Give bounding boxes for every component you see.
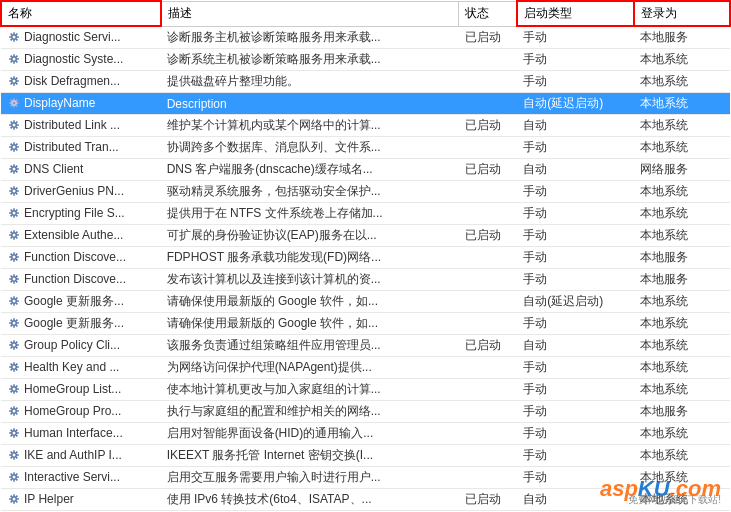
service-name-cell: Human Interface... (1, 423, 161, 445)
table-row[interactable]: HomeGroup List...使本地计算机更改与加入家庭组的计算...手动本… (1, 379, 730, 401)
svg-point-131 (13, 321, 16, 324)
svg-line-107 (11, 254, 12, 255)
col-header-desc[interactable]: 描述 (161, 1, 459, 26)
service-start-cell: 手动 (517, 247, 634, 269)
service-status-cell: 已启动 (459, 159, 518, 181)
svg-line-9 (16, 34, 17, 35)
table-row[interactable]: Health Key and ...为网络访问保护代理(NAPAgent)提供.… (1, 357, 730, 379)
table-row[interactable]: Google 更新服务...请确保使用最新版的 Google 软件，如...自动… (1, 291, 730, 313)
service-name-text: HomeGroup Pro... (24, 404, 121, 418)
table-row[interactable]: DriverGenius PN...驱动精灵系统服务，包括驱动安全保护...手动… (1, 181, 730, 203)
svg-line-73 (16, 193, 17, 194)
svg-line-115 (11, 281, 12, 282)
gear-icon (7, 470, 21, 484)
service-status-cell: 已启动 (459, 26, 518, 49)
table-row[interactable]: Function Discove...FDPHOST 服务承载功能发现(FD)网… (1, 247, 730, 269)
col-header-name[interactable]: 名称 (1, 1, 161, 26)
service-desc-cell: 启用对智能界面设备(HID)的通用输入... (161, 423, 459, 445)
svg-line-69 (16, 166, 17, 167)
svg-line-79 (16, 188, 17, 189)
svg-line-59 (16, 144, 17, 145)
service-name-text: Function Discove... (24, 272, 126, 286)
service-status-cell (459, 71, 518, 93)
table-row[interactable]: HomeGroup Pro...执行与家庭组的配置和维护相关的网络...手动本地… (1, 401, 730, 423)
table-row[interactable]: Function Discove...发布该计算机以及连接到该计算机的资...手… (1, 269, 730, 291)
col-header-status[interactable]: 状态 (459, 1, 518, 26)
table-row[interactable]: DNS ClientDNS 客户端服务(dnscache)缓存域名...已启动自… (1, 159, 730, 181)
svg-line-219 (16, 496, 17, 497)
service-login-cell: 本地系统 (634, 335, 730, 357)
service-status-cell: 已启动 (459, 335, 518, 357)
table-row[interactable]: Disk Defragmen...提供磁盘碎片整理功能。手动本地系统 (1, 71, 730, 93)
svg-line-55 (11, 149, 12, 150)
table-row[interactable]: IP Helper使用 IPv6 转换技术(6to4、ISATAP、...已启动… (1, 489, 730, 511)
service-name-cell: Google 更新服务... (1, 291, 161, 313)
table-row[interactable]: DisplayNameDescription自动(延迟启动)本地系统 (1, 93, 730, 115)
table-row[interactable]: Encrypting File S...提供用于在 NTFS 文件系统卷上存储加… (1, 203, 730, 225)
service-name-cell: Diagnostic Syste... (1, 49, 161, 71)
svg-point-171 (13, 409, 16, 412)
svg-line-99 (16, 232, 17, 233)
svg-line-33 (16, 105, 17, 106)
service-login-cell: 本地系统 (634, 93, 730, 115)
svg-point-71 (13, 189, 16, 192)
service-name-cell: Google 更新服务... (1, 313, 161, 335)
svg-point-101 (13, 255, 16, 258)
service-name-text: Encrypting File S... (24, 206, 125, 220)
svg-line-205 (11, 479, 12, 480)
table-row[interactable]: Extensible Authe...可扩展的身份验证协议(EAP)服务在以..… (1, 225, 730, 247)
svg-line-75 (11, 193, 12, 194)
table-row[interactable]: Distributed Tran...协调跨多个数据库、消息队列、文件系...手… (1, 137, 730, 159)
gear-icon (7, 360, 21, 374)
service-start-cell: 手动 (517, 203, 634, 225)
service-name-cell: Disk Defragmen... (1, 71, 161, 93)
service-login-cell: 本地服务 (634, 26, 730, 49)
service-desc-cell: 驱动精灵系统服务，包括驱动安全保护... (161, 181, 459, 203)
svg-line-37 (11, 100, 12, 101)
service-name-text: DisplayName (24, 96, 95, 110)
col-header-start[interactable]: 启动类型 (517, 1, 634, 26)
svg-line-195 (11, 457, 12, 458)
service-desc-cell: 请确保使用最新版的 Google 软件，如... (161, 313, 459, 335)
service-desc-cell: IKEEXT 服务托管 Internet 密钥交换(I... (161, 445, 459, 467)
table-row[interactable]: Distributed Link ...维护某个计算机内或某个网络中的计算...… (1, 115, 730, 137)
service-name-text: Function Discove... (24, 250, 126, 264)
svg-line-207 (11, 474, 12, 475)
service-desc-cell: 可扩展的身份验证协议(EAP)服务在以... (161, 225, 459, 247)
table-row[interactable]: Group Policy Cli...该服务负责通过组策略组件应用管理员...已… (1, 335, 730, 357)
service-name-cell: Distributed Link ... (1, 115, 161, 137)
table-row[interactable]: Human Interface...启用对智能界面设备(HID)的通用输入...… (1, 423, 730, 445)
service-name-text: IKE and AuthIP I... (24, 448, 122, 462)
gear-icon (7, 382, 21, 396)
col-header-login[interactable]: 登录为 (634, 1, 730, 26)
svg-line-5 (11, 39, 12, 40)
service-login-cell: 本地系统 (634, 379, 730, 401)
service-login-cell: 本地系统 (634, 357, 730, 379)
svg-point-151 (13, 365, 16, 368)
table-row[interactable]: IKE and AuthIP I...IKEEXT 服务托管 Internet … (1, 445, 730, 467)
svg-line-13 (16, 61, 17, 62)
svg-line-25 (11, 83, 12, 84)
table-row[interactable]: Interactive Servi...启用交互服务需要用户输入时进行用户...… (1, 467, 730, 489)
service-name-cell: DisplayName (1, 93, 161, 115)
service-login-cell: 本地系统 (634, 423, 730, 445)
service-status-cell (459, 247, 518, 269)
gear-icon (7, 162, 21, 176)
service-start-cell: 手动 (517, 181, 634, 203)
svg-line-83 (16, 215, 17, 216)
svg-line-129 (16, 297, 17, 298)
table-row[interactable]: Diagnostic Syste...诊断系统主机被诊断策略服务用来承载...手… (1, 49, 730, 71)
svg-line-217 (11, 496, 12, 497)
service-desc-cell: 该服务负责通过组策略组件应用管理员... (161, 335, 459, 357)
svg-line-7 (11, 34, 12, 35)
gear-icon (7, 140, 21, 154)
table-row[interactable]: Google 更新服务...请确保使用最新版的 Google 软件，如...手动… (1, 313, 730, 335)
svg-line-93 (16, 237, 17, 238)
gear-icon (7, 426, 21, 440)
table-row[interactable]: Diagnostic Servi...诊断服务主机被诊断策略服务用来承载...已… (1, 26, 730, 49)
svg-line-185 (11, 435, 12, 436)
svg-line-39 (16, 100, 17, 101)
svg-point-1 (13, 35, 16, 38)
service-name-cell: Health Key and ... (1, 357, 161, 379)
service-name-text: Distributed Tran... (24, 140, 119, 154)
